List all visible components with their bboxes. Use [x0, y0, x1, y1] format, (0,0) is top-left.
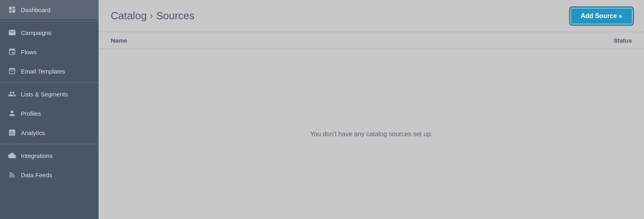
- sidebar-item-email-templates[interactable]: Email Templates: [0, 61, 99, 81]
- breadcrumb-current: Sources: [156, 10, 194, 22]
- page-header: Catalog › Sources Add Source »: [99, 0, 644, 32]
- sidebar-item-lists-segments[interactable]: Lists & Segments: [0, 84, 99, 104]
- main-content-area: Catalog › Sources Add Source » Name Stat…: [99, 0, 644, 219]
- sidebar-item-label: Data Feeds: [21, 172, 52, 178]
- email-templates-icon: [8, 67, 16, 75]
- empty-state: You don't have any catalog sources set u…: [99, 49, 644, 219]
- sidebar-item-label: Flows: [21, 49, 37, 55]
- sidebar-item-integrations[interactable]: Integrations: [0, 146, 99, 165]
- sidebar-item-flows[interactable]: Flows: [0, 42, 99, 61]
- sidebar-divider-1: [0, 21, 99, 21]
- profiles-icon: [8, 109, 16, 117]
- sidebar-item-label: Lists & Segments: [21, 91, 68, 98]
- add-source-button[interactable]: Add Source »: [571, 8, 632, 24]
- sidebar-item-label: Analytics: [21, 129, 45, 136]
- breadcrumb: Catalog › Sources: [111, 10, 194, 22]
- integrations-icon: [8, 151, 16, 160]
- column-header-name: Name: [111, 37, 127, 44]
- flows-icon: [8, 48, 16, 56]
- sidebar-item-analytics[interactable]: Analytics: [0, 123, 99, 142]
- empty-state-message: You don't have any catalog sources set u…: [310, 131, 432, 138]
- sidebar-item-label: Integrations: [21, 152, 52, 159]
- sidebar-item-dashboard[interactable]: Dashboard: [0, 0, 99, 19]
- dashboard-icon: [8, 6, 16, 14]
- column-header-status: Status: [613, 37, 632, 44]
- sidebar-item-profiles[interactable]: Profiles: [0, 104, 99, 123]
- breadcrumb-parent: Catalog: [111, 10, 147, 22]
- sidebar-item-campaigns[interactable]: Campaigns: [0, 23, 99, 42]
- data-feeds-icon: [8, 171, 16, 179]
- analytics-icon: [8, 129, 16, 137]
- sidebar-divider-3: [0, 144, 99, 144]
- sidebar-item-label: Campaigns: [21, 29, 52, 36]
- lists-segments-icon: [8, 90, 16, 98]
- sidebar-item-label: Email Templates: [21, 68, 65, 75]
- breadcrumb-separator: ›: [150, 11, 153, 21]
- sidebar-item-label: Profiles: [21, 110, 41, 117]
- sidebar-item-data-feeds[interactable]: Data Feeds: [0, 165, 99, 184]
- campaigns-icon: [8, 29, 16, 37]
- table-header-row: Name Status: [99, 32, 644, 49]
- sidebar-divider-2: [0, 82, 99, 83]
- sidebar-item-label: Dashboard: [21, 6, 50, 13]
- sidebar: Dashboard Campaigns Flows Email Template…: [0, 0, 99, 219]
